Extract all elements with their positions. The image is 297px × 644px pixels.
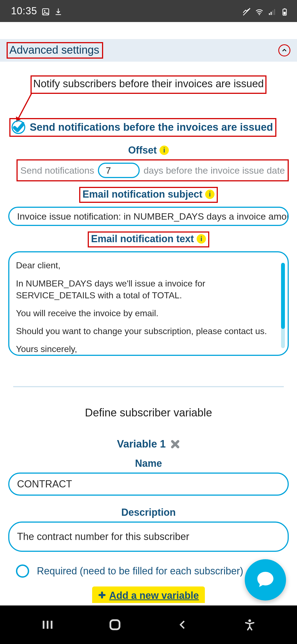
remove-variable-icon[interactable] [170, 439, 180, 449]
info-icon[interactable]: i [205, 190, 215, 199]
info-icon[interactable]: i [197, 234, 206, 244]
variable-name-input[interactable]: CONTRACT [8, 473, 289, 496]
variable-description-input[interactable]: The contract number for this subscriber [8, 522, 289, 552]
checkbox-unchecked-icon[interactable] [16, 564, 29, 578]
plus-icon [98, 590, 106, 601]
android-status-bar: 10:35 [0, 0, 297, 22]
vibrate-icon [243, 7, 251, 15]
svg-rect-5 [271, 12, 272, 15]
notify-section-heading: Notify subscribers before their invoices… [31, 75, 267, 94]
downloads-icon [54, 7, 62, 15]
android-nav-bar [0, 605, 297, 644]
define-variable-title: Define subscriber variable [85, 406, 212, 419]
variable-name-label: Name [135, 458, 162, 469]
email-subject-input[interactable]: Invoice issue notification: in NUMBER_DA… [8, 207, 289, 226]
email-body-textarea[interactable]: Dear client, In NUMBER_DAYS days we'll i… [8, 251, 289, 356]
chevron-up-icon[interactable] [278, 44, 290, 56]
add-variable-button[interactable]: Add a new variable [92, 586, 205, 603]
chat-fab-button[interactable] [245, 559, 286, 601]
offset-title: Offset i [128, 144, 169, 156]
variable-1-label: Variable 1 [117, 438, 166, 450]
image-icon [42, 7, 50, 15]
status-clock: 10:35 [11, 5, 37, 17]
checkbox-checked-icon[interactable] [12, 120, 25, 134]
section-divider [13, 386, 284, 387]
nav-home-button[interactable] [98, 615, 131, 634]
annotation-arrow [8, 94, 289, 121]
wifi-icon [255, 7, 263, 15]
cell-signal-icon [268, 7, 276, 15]
variable-description-label: Description [121, 507, 176, 518]
svg-point-21 [248, 620, 251, 622]
svg-rect-7 [274, 9, 275, 15]
nav-back-button[interactable] [166, 615, 199, 634]
offset-days-input[interactable]: 7 [98, 163, 139, 178]
scrollbar-thumb[interactable] [281, 263, 285, 329]
info-icon[interactable]: i [160, 146, 169, 155]
svg-rect-20 [110, 620, 119, 629]
advanced-settings-title: Advanced settings [7, 42, 103, 59]
send-notifications-label: Send notifications before the invoices a… [30, 121, 273, 133]
nav-accessibility-button[interactable] [233, 615, 266, 634]
required-label: Required (need to be filled for each sub… [37, 565, 243, 577]
nav-recents-button[interactable] [31, 615, 64, 634]
email-body-title: Email notification text i [91, 233, 206, 245]
svg-line-11 [16, 93, 32, 122]
offset-suffix: days before the invoice issue date [144, 165, 285, 176]
battery-icon [280, 7, 289, 15]
svg-rect-10 [284, 9, 285, 9]
offset-prefix: Send notifications [20, 165, 94, 176]
advanced-settings-header[interactable]: Advanced settings [0, 39, 297, 62]
svg-point-3 [259, 14, 260, 15]
svg-rect-4 [269, 13, 270, 15]
offset-row: Send notifications 7 days before the inv… [16, 159, 289, 181]
svg-rect-9 [284, 12, 286, 15]
email-subject-title: Email notification subject i [82, 189, 215, 200]
svg-rect-6 [272, 10, 273, 15]
svg-point-1 [44, 10, 45, 12]
